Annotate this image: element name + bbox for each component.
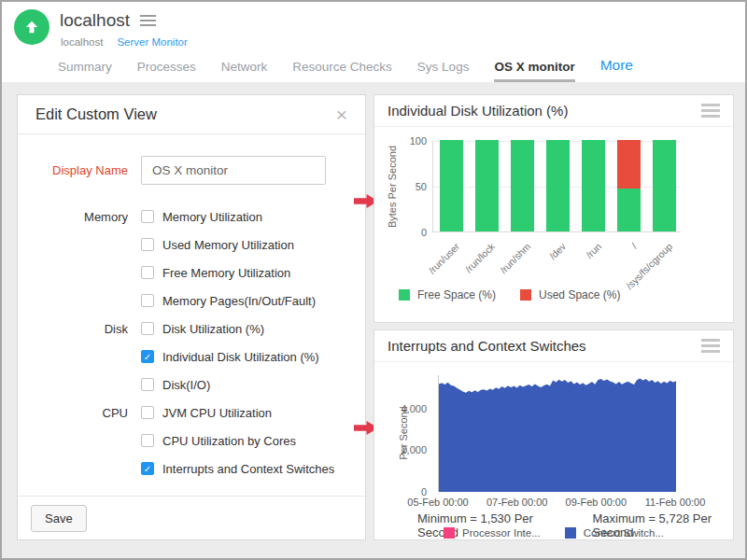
checkbox-row: Used Memory Utilization bbox=[18, 231, 365, 259]
hamburger-menu-icon[interactable] bbox=[140, 15, 156, 26]
checkbox-jvm-cpu-utilization[interactable] bbox=[141, 406, 154, 419]
tab-sys-logs[interactable]: Sys Logs bbox=[417, 60, 470, 82]
y-axis-label: Per Second bbox=[398, 382, 409, 484]
checkbox-row: ✓Individual Disk Utilization (%) bbox=[18, 343, 365, 371]
legend-label: Processor Inte... bbox=[462, 527, 541, 539]
checkbox-label: JVM CPU Utilization bbox=[162, 406, 272, 420]
card-menu-icon[interactable] bbox=[701, 104, 720, 118]
bar-free-sys-fs-cgroup[interactable] bbox=[653, 140, 676, 231]
checkbox-used-memory-utilization[interactable] bbox=[141, 238, 154, 251]
checkbox-label: Disk(I/O) bbox=[162, 378, 210, 392]
checkbox-row: Memory Pages(In/Out/Fault) bbox=[18, 287, 365, 315]
bar-free-run[interactable] bbox=[582, 140, 605, 231]
legend-swatch bbox=[399, 289, 410, 301]
context-switches-area bbox=[439, 379, 676, 492]
group-label-memory: Memory bbox=[18, 210, 128, 224]
checkbox-memory-utilization[interactable] bbox=[141, 210, 154, 223]
checkbox-row: MemoryMemory Utilization bbox=[18, 203, 365, 231]
dialog-title: Edit Custom View bbox=[35, 105, 157, 123]
card-header: Individual Disk Utilization (%) bbox=[374, 95, 733, 127]
save-button[interactable]: Save bbox=[31, 505, 87, 532]
bar-free-run-shm[interactable] bbox=[511, 140, 534, 231]
bar-free-run-user[interactable] bbox=[440, 140, 463, 231]
checkbox-row: CPUJVM CPU Utilization bbox=[18, 399, 365, 427]
bar-free-dev[interactable] bbox=[546, 140, 570, 231]
close-icon[interactable]: × bbox=[336, 105, 347, 124]
y-tick-label: 50 bbox=[384, 181, 427, 192]
page-title: localhost bbox=[60, 10, 130, 31]
checkbox-individual-disk-utilization[interactable]: ✓ bbox=[141, 350, 154, 363]
checkbox-row: Disk(I/O) bbox=[18, 371, 365, 399]
legend-label: Context Switch... bbox=[584, 527, 664, 539]
app-window: localhost localhost Server Monitor Summa… bbox=[0, 0, 747, 560]
legend-swatch bbox=[520, 289, 531, 301]
checkbox-row: Free Memory Utilization bbox=[18, 259, 365, 287]
x-tick-label: 09-Feb 00:00 bbox=[557, 497, 635, 508]
legend-item-free-space[interactable]: Free Space (%) bbox=[399, 288, 496, 301]
legend-item-context-switch[interactable]: Context Switch... bbox=[565, 527, 664, 539]
checkbox-groups: MemoryMemory UtilizationUsed Memory Util… bbox=[18, 203, 365, 483]
bar-used-[interactable] bbox=[617, 140, 641, 189]
checkbox-label: Used Memory Utilization bbox=[162, 238, 294, 252]
breadcrumb-host: localhost bbox=[61, 36, 103, 48]
display-name-row: Display Name bbox=[18, 156, 365, 185]
checkbox-row: CPU Utilization by Cores bbox=[18, 427, 365, 455]
group-label-cpu: CPU bbox=[18, 406, 128, 420]
checkbox-disk-i-o[interactable] bbox=[141, 378, 154, 391]
disk-chart-legend: Free Space (%)Used Space (%) bbox=[399, 288, 620, 301]
card-header: Interrupts and Context Switches bbox=[374, 330, 733, 362]
card-title: Individual Disk Utilization (%) bbox=[388, 103, 568, 119]
y-tick-label: 4,000 bbox=[384, 403, 427, 414]
checkbox-row: DiskDisk Utilization (%) bbox=[18, 315, 365, 343]
display-name-input[interactable] bbox=[141, 156, 326, 185]
card-title: Interrupts and Context Switches bbox=[388, 338, 586, 354]
checkbox-label: Disk Utilization (%) bbox=[162, 322, 264, 336]
dialog-header: Edit Custom View × bbox=[18, 95, 365, 134]
interrupts-card: Interrupts and Context Switches Per Seco… bbox=[374, 329, 734, 540]
legend-item-processor-inte[interactable]: Processor Inte... bbox=[444, 527, 541, 539]
interrupts-chart-legend: Processor Inte...Context Switch... bbox=[374, 527, 733, 539]
monitor-status-icon bbox=[14, 9, 49, 45]
display-name-label: Display Name bbox=[18, 163, 128, 177]
y-tick-label: 2,000 bbox=[384, 444, 427, 455]
dialog-footer: Save bbox=[18, 496, 365, 539]
legend-item-used-space[interactable]: Used Space (%) bbox=[520, 288, 620, 301]
checkbox-disk-utilization[interactable] bbox=[141, 322, 154, 335]
tab-summary[interactable]: Summary bbox=[58, 60, 112, 82]
tab-network[interactable]: Network bbox=[221, 60, 268, 82]
bar-free-[interactable] bbox=[617, 189, 641, 231]
checkbox-cpu-utilization-by-cores[interactable] bbox=[141, 434, 154, 447]
legend-label: Free Space (%) bbox=[417, 288, 496, 301]
tab-resource-checks[interactable]: Resource Checks bbox=[292, 60, 392, 82]
checkbox-interrupts-and-context-switches[interactable]: ✓ bbox=[141, 462, 154, 475]
header: localhost localhost Server Monitor Summa… bbox=[2, 2, 745, 82]
checkbox-free-memory-utilization[interactable] bbox=[141, 266, 154, 279]
edit-custom-view-dialog: Edit Custom View × Display Name MemoryMe… bbox=[17, 94, 366, 540]
breadcrumb: localhost Server Monitor bbox=[61, 36, 188, 48]
x-tick-label: 07-Feb 00:00 bbox=[478, 497, 557, 508]
checkbox-memory-pages-in-out-fault[interactable] bbox=[141, 294, 154, 307]
checkbox-label: Memory Pages(In/Out/Fault) bbox=[162, 294, 316, 308]
checkbox-label: Interrupts and Context Switches bbox=[162, 462, 334, 476]
checkbox-label: CPU Utilization by Cores bbox=[162, 434, 296, 448]
group-label-disk: Disk bbox=[18, 322, 128, 336]
legend-label: Used Space (%) bbox=[539, 288, 620, 301]
area-chart-svg bbox=[439, 375, 676, 492]
bar-free-run-lock[interactable] bbox=[475, 140, 499, 231]
breadcrumb-monitor-type-link[interactable]: Server Monitor bbox=[117, 36, 187, 48]
disk-utilization-card: Individual Disk Utilization (%) Bytes Pe… bbox=[374, 94, 734, 323]
disk-chart-plot bbox=[432, 141, 681, 232]
y-tick-label: 0 bbox=[384, 227, 427, 238]
tab-processes[interactable]: Processes bbox=[137, 60, 196, 82]
tab-os-x-monitor[interactable]: OS X monitor bbox=[494, 60, 574, 82]
x-tick-label: 11-Feb 00:00 bbox=[636, 497, 714, 508]
checkbox-row: ✓Interrupts and Context Switches bbox=[18, 455, 365, 483]
y-tick-label: 100 bbox=[384, 135, 427, 147]
legend-swatch bbox=[444, 527, 455, 539]
tab-bar: SummaryProcessesNetworkResource ChecksSy… bbox=[58, 57, 633, 82]
card-menu-icon[interactable] bbox=[701, 339, 720, 353]
up-arrow-icon bbox=[22, 18, 41, 36]
main-content: Edit Custom View × Display Name MemoryMe… bbox=[2, 82, 745, 558]
checkbox-label: Free Memory Utilization bbox=[162, 266, 290, 280]
tab-more[interactable]: More bbox=[600, 57, 633, 82]
